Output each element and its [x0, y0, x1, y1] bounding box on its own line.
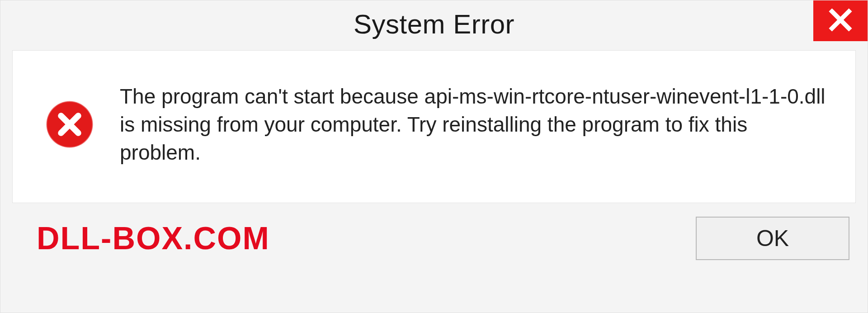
title-bar: System Error — [0, 0, 868, 47]
error-icon — [44, 99, 95, 150]
error-dialog: System Error The program can't start bec… — [0, 0, 868, 313]
footer-bar: DLL-BOX.COM OK — [0, 203, 868, 274]
close-icon — [828, 7, 853, 34]
watermark-text: DLL-BOX.COM — [37, 220, 270, 256]
close-button[interactable] — [813, 0, 868, 41]
dialog-title: System Error — [354, 9, 514, 40]
error-message: The program can't start because api-ms-w… — [120, 82, 828, 166]
content-pane: The program can't start because api-ms-w… — [12, 50, 856, 203]
ok-button[interactable]: OK — [696, 217, 849, 260]
